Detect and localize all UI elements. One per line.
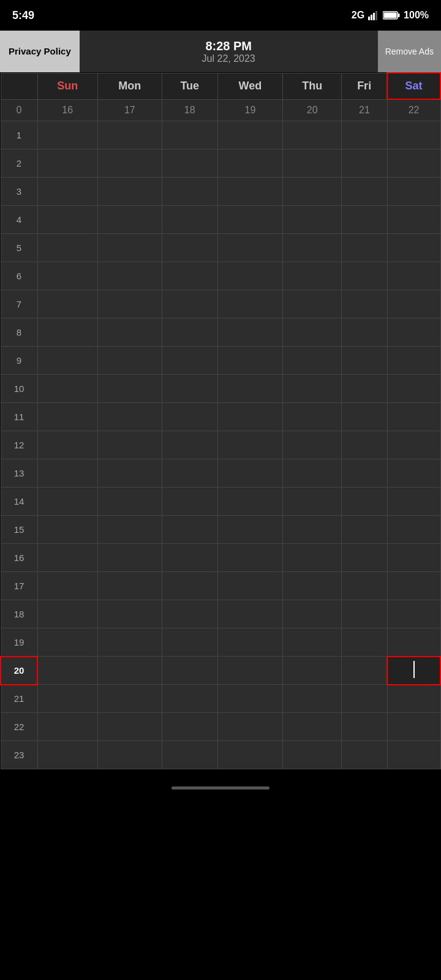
cell-16-fri[interactable] [342,544,387,572]
cell-4-sun[interactable] [37,206,97,234]
cell-3-tue[interactable] [162,178,217,206]
cell-22-thu[interactable] [283,713,342,741]
cell-8-wed[interactable] [217,318,283,347]
cell-11-thu[interactable] [283,403,342,431]
cell-15-thu[interactable] [283,516,342,544]
cell-7-fri[interactable] [342,290,387,318]
cell-6-fri[interactable] [342,262,387,290]
cell-17-fri[interactable] [342,572,387,600]
cell-7-thu[interactable] [283,290,342,318]
cell-2-sat[interactable] [387,149,440,178]
cell-5-fri[interactable] [342,234,387,262]
cell-17-sun[interactable] [37,572,97,600]
cell-8-sat[interactable] [387,318,440,347]
cell-22-wed[interactable] [217,713,283,741]
cell-9-wed[interactable] [217,347,283,375]
cell-4-mon[interactable] [97,206,162,234]
cell-20-tue[interactable] [162,657,217,685]
cell-21-mon[interactable] [97,685,162,713]
cell-22-sat[interactable] [387,713,440,741]
cell-21-sat[interactable] [387,685,440,713]
cell-20-sat[interactable] [387,657,440,685]
cell-15-wed[interactable] [217,516,283,544]
cell-12-sun[interactable] [37,431,97,459]
cell-19-tue[interactable] [162,628,217,657]
cell-10-fri[interactable] [342,375,387,403]
cell-23-thu[interactable] [283,741,342,769]
cell-11-wed[interactable] [217,403,283,431]
date-fri[interactable]: 21 [342,99,387,121]
cell-15-sun[interactable] [37,516,97,544]
cell-20-sun[interactable] [37,657,97,685]
cell-6-thu[interactable] [283,262,342,290]
cell-1-wed[interactable] [217,121,283,149]
cell-3-thu[interactable] [283,178,342,206]
cell-1-tue[interactable] [162,121,217,149]
cell-22-sun[interactable] [37,713,97,741]
cell-7-tue[interactable] [162,290,217,318]
cell-3-mon[interactable] [97,178,162,206]
cell-16-mon[interactable] [97,544,162,572]
cell-6-wed[interactable] [217,262,283,290]
cell-9-sat[interactable] [387,347,440,375]
cell-21-tue[interactable] [162,685,217,713]
cell-1-sun[interactable] [37,121,97,149]
cell-2-wed[interactable] [217,149,283,178]
cell-16-wed[interactable] [217,544,283,572]
cell-1-mon[interactable] [97,121,162,149]
cell-14-tue[interactable] [162,488,217,516]
cell-14-wed[interactable] [217,488,283,516]
remove-ads-button[interactable]: Remove Ads [378,31,441,72]
cell-23-fri[interactable] [342,741,387,769]
cell-4-fri[interactable] [342,206,387,234]
cell-12-wed[interactable] [217,431,283,459]
cell-18-sun[interactable] [37,600,97,628]
cell-5-sat[interactable] [387,234,440,262]
cell-2-thu[interactable] [283,149,342,178]
cell-19-thu[interactable] [283,628,342,657]
cell-20-thu[interactable] [283,657,342,685]
cell-14-mon[interactable] [97,488,162,516]
date-wed[interactable]: 19 [217,99,283,121]
cell-21-thu[interactable] [283,685,342,713]
cell-16-tue[interactable] [162,544,217,572]
cell-3-fri[interactable] [342,178,387,206]
cell-6-sat[interactable] [387,262,440,290]
cell-12-thu[interactable] [283,431,342,459]
cell-8-sun[interactable] [37,318,97,347]
cell-13-fri[interactable] [342,459,387,488]
cell-13-sun[interactable] [37,459,97,488]
cell-8-fri[interactable] [342,318,387,347]
date-tue[interactable]: 18 [162,99,217,121]
cell-10-mon[interactable] [97,375,162,403]
cell-20-mon[interactable] [97,657,162,685]
cell-17-thu[interactable] [283,572,342,600]
cell-11-tue[interactable] [162,403,217,431]
cell-21-fri[interactable] [342,685,387,713]
cell-16-sat[interactable] [387,544,440,572]
date-thu[interactable]: 20 [283,99,342,121]
cell-3-wed[interactable] [217,178,283,206]
cell-13-tue[interactable] [162,459,217,488]
cell-12-mon[interactable] [97,431,162,459]
cell-8-mon[interactable] [97,318,162,347]
cell-12-fri[interactable] [342,431,387,459]
cell-23-wed[interactable] [217,741,283,769]
cell-17-tue[interactable] [162,572,217,600]
cell-5-wed[interactable] [217,234,283,262]
cell-10-sat[interactable] [387,375,440,403]
cell-15-sat[interactable] [387,516,440,544]
cell-2-fri[interactable] [342,149,387,178]
cell-10-wed[interactable] [217,375,283,403]
cell-17-mon[interactable] [97,572,162,600]
cell-2-tue[interactable] [162,149,217,178]
cell-20-wed[interactable] [217,657,283,685]
cell-23-sun[interactable] [37,741,97,769]
cell-14-fri[interactable] [342,488,387,516]
cell-19-fri[interactable] [342,628,387,657]
cell-2-mon[interactable] [97,149,162,178]
cell-21-sun[interactable] [37,685,97,713]
cell-5-mon[interactable] [97,234,162,262]
cell-14-sun[interactable] [37,488,97,516]
cell-22-tue[interactable] [162,713,217,741]
